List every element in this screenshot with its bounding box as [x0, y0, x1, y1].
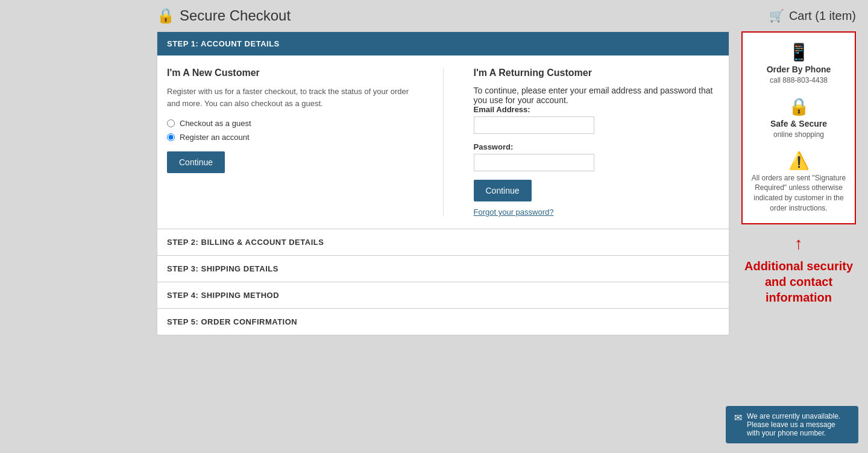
sidebar: 📱 Order By Phone call 888-803-4438 🔒 Saf…: [741, 31, 856, 305]
step1-label: STEP 1: ACCOUNT DETAILS: [167, 39, 280, 48]
returning-customer-heading: I'm A Returning Customer: [474, 68, 720, 78]
new-customer-continue-button[interactable]: Continue: [167, 151, 225, 173]
cart-label: Cart (1 item): [789, 9, 856, 23]
new-customer-section: I'm A New Customer Register with us for …: [167, 68, 413, 217]
email-field[interactable]: [474, 116, 594, 134]
page-title: 🔒 Secure Checkout: [157, 7, 291, 24]
phone-detail: call 888-803-4438: [750, 75, 848, 86]
email-icon: ✉: [734, 412, 742, 423]
top-bar: 🔒 Secure Checkout 🛒 Cart (1 item): [0, 0, 868, 31]
checkout-main: STEP 1: ACCOUNT DETAILS I'm A New Custom…: [157, 31, 729, 335]
returning-customer-description: To continue, please enter your email add…: [474, 86, 720, 105]
step2-header: STEP 2: BILLING & ACCOUNT DETAILS: [157, 229, 729, 255]
email-group: Email Address:: [474, 105, 720, 134]
new-customer-description: Register with us for a faster checkout, …: [167, 86, 413, 109]
step5-label: STEP 5: ORDER CONFIRMATION: [167, 317, 297, 326]
signature-required-item: ⚠️ All orders are sent "Signature Requir…: [750, 151, 848, 214]
security-box: 📱 Order By Phone call 888-803-4438 🔒 Saf…: [741, 31, 856, 224]
step3-header: STEP 3: SHIPPING DETAILS: [157, 255, 729, 282]
safe-secure-heading: Safe & Secure: [750, 119, 848, 128]
lock-icon: 🔒: [157, 7, 175, 24]
step1-header: STEP 1: ACCOUNT DETAILS: [157, 32, 729, 55]
arrow-annotation: ↑: [741, 234, 856, 253]
guest-option[interactable]: Checkout as a guest: [167, 119, 413, 128]
new-customer-heading: I'm A New Customer: [167, 68, 413, 78]
step5-header: STEP 5: ORDER CONFIRMATION: [157, 308, 729, 335]
up-arrow-icon: ↑: [741, 234, 856, 253]
order-by-phone-item: 📱 Order By Phone call 888-803-4438: [750, 42, 848, 86]
password-field[interactable]: [474, 154, 594, 171]
alert-icon: ⚠️: [750, 151, 848, 171]
guest-label: Checkout as a guest: [180, 119, 251, 128]
email-label: Email Address:: [474, 105, 720, 114]
returning-customer-continue-button[interactable]: Continue: [474, 180, 532, 201]
phone-heading: Order By Phone: [750, 65, 848, 74]
chat-bubble[interactable]: ✉ We are currently unavailable. Please l…: [726, 406, 858, 443]
step3-label: STEP 3: SHIPPING DETAILS: [167, 264, 278, 273]
register-radio[interactable]: [167, 133, 175, 141]
page-title-text: Secure Checkout: [180, 7, 291, 24]
annotation-text: Additional security and contact informat…: [741, 258, 856, 305]
chat-message: We are currently unavailable. Please lea…: [747, 412, 850, 437]
customer-options: Checkout as a guest Register an account: [167, 119, 413, 142]
password-group: Password:: [474, 142, 720, 171]
step4-label: STEP 4: SHIPPING METHOD: [167, 291, 279, 300]
account-details-body: I'm A New Customer Register with us for …: [157, 55, 729, 229]
phone-icon: 📱: [750, 42, 848, 62]
password-label: Password:: [474, 142, 720, 151]
safe-secure-detail: online shopping: [750, 130, 848, 140]
cart-icon: 🛒: [769, 8, 784, 23]
signature-detail: All orders are sent "Signature Required"…: [750, 173, 848, 214]
guest-radio[interactable]: [167, 119, 175, 127]
lock-sidebar-icon: 🔒: [750, 97, 848, 116]
section-divider: [443, 68, 444, 217]
register-option[interactable]: Register an account: [167, 133, 413, 142]
returning-customer-section: I'm A Returning Customer To continue, pl…: [474, 68, 720, 217]
forgot-password-link[interactable]: Forgot your password?: [474, 207, 720, 217]
step2-label: STEP 2: BILLING & ACCOUNT DETAILS: [167, 238, 324, 247]
cart-info: 🛒 Cart (1 item): [769, 8, 856, 23]
register-label: Register an account: [180, 133, 250, 142]
main-layout: STEP 1: ACCOUNT DETAILS I'm A New Custom…: [0, 31, 868, 347]
safe-secure-item: 🔒 Safe & Secure online shopping: [750, 97, 848, 140]
step4-header: STEP 4: SHIPPING METHOD: [157, 282, 729, 308]
